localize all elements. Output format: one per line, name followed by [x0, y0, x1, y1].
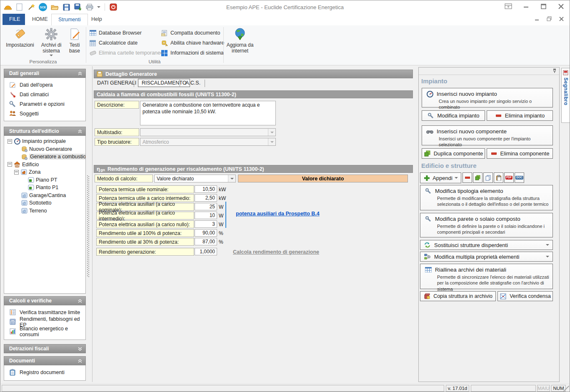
splitter-handle[interactable]	[87, 175, 89, 277]
minimize-icon[interactable]	[522, 3, 530, 10]
floor-icon	[28, 185, 34, 191]
collapse-box-icon[interactable]	[14, 170, 19, 175]
modifica-parete-button[interactable]: Modifica parete o solaio composto Permet…	[420, 213, 553, 237]
duplica-elemento-button[interactable]	[473, 172, 482, 183]
mdi-restore-icon[interactable]	[547, 16, 552, 21]
struttura-header[interactable]: Struttura dell'edificio	[4, 127, 86, 136]
modifica-tipologia-button[interactable]: Modifica tipologia elemento Permette di …	[420, 185, 553, 210]
inserisci-impianto-button[interactable]: Inserisci nuovo impianto Crea un nuovo i…	[422, 88, 553, 107]
tab-help[interactable]: Help	[85, 14, 109, 25]
collapse-ribbon-icon[interactable]	[505, 3, 512, 10]
sidebar-item-dati-opera[interactable]: Dati dell'opera	[4, 80, 85, 90]
sce-icon[interactable]: SCE	[39, 3, 47, 11]
tree-item-piano-pt[interactable]: Piano PT	[4, 176, 85, 184]
row-input[interactable]: 90,00	[195, 229, 217, 237]
verifica-condensa-button[interactable]: Verifica condensa	[498, 291, 553, 301]
abilita-chiave-button[interactable]: Abilita chiave hardware	[161, 39, 224, 47]
sidebar-item-soggetti[interactable]: Soggetti	[4, 109, 85, 118]
tab-dati-generali[interactable]: DATI GENERALI	[97, 79, 136, 87]
modifica-multipla-button[interactable]: Modifica multipla proprietà elementi	[420, 252, 553, 262]
save-as-icon[interactable]	[74, 3, 82, 11]
new-document-icon[interactable]	[15, 3, 24, 11]
pin-icon[interactable]	[552, 68, 557, 73]
sostituisci-strutture-button[interactable]: Sostituisci strutture disperdenti	[420, 240, 553, 250]
duplica-componente-button[interactable]: Duplica componente	[422, 148, 485, 159]
row-input[interactable]: 3	[195, 220, 217, 228]
tree-item-piano-p1[interactable]: Pianto P1	[4, 184, 85, 192]
elimina-elemento-button[interactable]	[462, 172, 472, 183]
copia-struttura-button[interactable]: Copia struttura in archivio	[420, 291, 496, 301]
tree-item-nuovo-generatore[interactable]: Nuovo Generatore	[4, 145, 85, 153]
link-calcola-rendimento[interactable]: Calcola rendimento di generazione	[233, 249, 319, 255]
appendi-button[interactable]: Appendi	[420, 172, 461, 183]
metodo-calcolo-combo[interactable]: Valore dichiarato	[154, 175, 236, 182]
riallinea-archivi-button[interactable]: Riallinea archivi dei materiali Permette…	[420, 264, 553, 289]
modifica-impianto-button[interactable]: Modifica impianto	[422, 110, 485, 121]
sidebar-item-dati-climatici[interactable]: Dati climatici	[4, 90, 85, 99]
impostazioni-button[interactable]: Impostazioni	[5, 27, 35, 48]
exit-icon[interactable]	[109, 3, 118, 11]
esporta-doc-button[interactable]: DOC	[515, 172, 524, 183]
save-icon[interactable]	[62, 3, 70, 11]
archivi-sistema-button[interactable]: Archivi di sistema	[38, 27, 65, 56]
segnalibro-tab[interactable]: Segnalibro	[561, 68, 570, 123]
inserisci-componente-button[interactable]: Inserisci nuovo componente Inserisci un …	[422, 125, 553, 145]
row-input[interactable]: 2,50	[195, 194, 217, 202]
sidebar-item-registro-documenti[interactable]: Registro documenti	[4, 367, 85, 377]
esporta-pdf-button[interactable]: PDF	[504, 172, 514, 183]
mdi-minimize-icon[interactable]	[535, 17, 539, 21]
sidebar-item-bilancio[interactable]: Bilancio energetico e consumi	[4, 327, 85, 336]
tab-riscaldamento[interactable]: RISCALDAMENTO	[138, 79, 190, 87]
row-input[interactable]: 10,50	[195, 185, 217, 193]
tree-item-generatore-combustione[interactable]: Generatore a combustione co	[4, 153, 85, 161]
multistadio-combo[interactable]	[140, 128, 276, 136]
dati-generali-header[interactable]: Dati generali	[4, 69, 86, 78]
link-prospetto-b4[interactable]: potenza ausiliari da Prospetto B.4	[236, 211, 320, 217]
wizard-icon[interactable]	[27, 3, 35, 11]
note-icon	[97, 71, 102, 77]
resize-grip[interactable]	[563, 386, 569, 392]
tab-strumenti[interactable]: Strumenti	[51, 14, 88, 25]
incolla-button[interactable]	[494, 172, 503, 183]
elimina-cartelle-button[interactable]: Elimina cartelle temporanee	[89, 49, 163, 57]
tree-item-edificio[interactable]: Edificio	[4, 161, 85, 169]
open-file-icon[interactable]	[50, 3, 59, 11]
tree-item-sottotetto[interactable]: Sottotetto	[4, 199, 85, 207]
print-dropdown-caret[interactable]	[97, 6, 100, 8]
sidebar-item-parametri[interactable]: Parametri e opzioni	[4, 99, 85, 109]
informazioni-sistema-button[interactable]: Informazioni di sistema	[161, 49, 224, 57]
tree-item-terreno[interactable]: Terreno	[4, 207, 85, 215]
elimina-componente-button[interactable]: Elimina componente	[487, 148, 553, 159]
tab-file[interactable]: FILE	[2, 14, 25, 25]
mdi-close-icon[interactable]	[559, 17, 564, 21]
database-browser-button[interactable]: Database Browser	[89, 29, 142, 37]
print-icon[interactable]	[85, 3, 94, 11]
detrazioni-header[interactable]: Detrazioni fiscali	[4, 344, 86, 353]
calcoli-header[interactable]: Calcoli e verifiche	[4, 296, 86, 305]
tree-item-garage[interactable]: Garage/Cantina	[4, 192, 85, 200]
collapse-box-icon[interactable]	[8, 162, 12, 167]
collapse-chevron-icon	[78, 129, 82, 133]
row-input[interactable]: 87,00	[195, 238, 217, 245]
rendimento-generazione-input[interactable]: 1,0000	[195, 248, 217, 255]
testi-base-button[interactable]: Testi base	[65, 27, 84, 54]
chevron-down-icon	[546, 256, 549, 257]
row-input[interactable]: 10	[195, 212, 217, 219]
maximize-icon[interactable]	[540, 3, 547, 10]
calcolatrice-date-button[interactable]: Calcolatrice date	[89, 39, 138, 47]
close-icon[interactable]	[557, 3, 565, 10]
aggiorna-internet-button[interactable]: Aggiorna da internet	[225, 27, 255, 54]
copia-button[interactable]	[483, 172, 493, 183]
row-input[interactable]: 25	[195, 203, 217, 210]
tree-item-zona[interactable]: Zona	[4, 168, 85, 176]
tree-item-impianto-principale[interactable]: Impianto principale	[4, 137, 85, 145]
collapse-box-icon[interactable]	[8, 139, 12, 144]
tipo-bruciatore-combo[interactable]: Atmosferico	[140, 138, 276, 146]
elimina-impianto-button[interactable]: Elimina impianto	[487, 110, 553, 121]
descrizione-textarea[interactable]: Generatore a combustione con termovettor…	[140, 101, 276, 125]
key-icon	[161, 40, 168, 47]
compatta-documento-button[interactable]: Compatta documento	[161, 29, 220, 37]
tab-acs[interactable]: A.C.S.	[185, 79, 200, 87]
tab-home[interactable]: HOME	[25, 14, 55, 25]
documenti-header[interactable]: Documenti	[4, 356, 86, 365]
